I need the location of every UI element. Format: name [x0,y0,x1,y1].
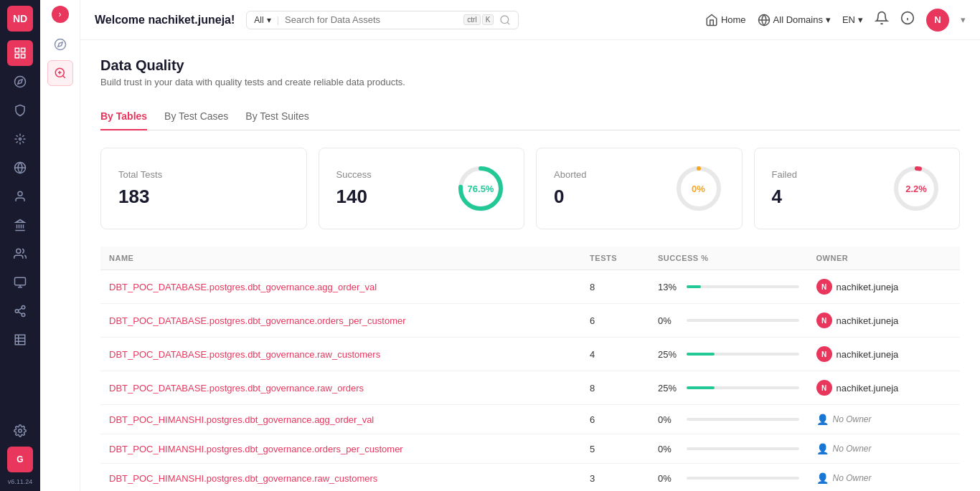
search-bar[interactable]: All ▾ | ctrl K [246,11,519,29]
total-tests-value: 183 [118,186,162,208]
owner-avatar: N [816,380,832,396]
row-tests: 6 [581,304,649,338]
success-donut-chart: 76.5% [455,163,507,214]
domains-nav-button[interactable]: All Domains ▾ [758,14,831,27]
svg-line-33 [62,75,65,77]
nav-version-icon[interactable]: G [7,447,33,472]
owner-name: nachiket.juneja [837,282,899,292]
nav-roles-icon[interactable] [7,241,33,267]
row-name[interactable]: DBT_POC_HIMANSHI.postgres.dbt_governance… [100,464,581,492]
sidebar-toggle-button[interactable]: › [52,6,69,23]
nav-lineage-icon[interactable] [7,298,33,324]
svg-line-37 [507,22,509,24]
notifications-icon[interactable] [875,11,889,29]
total-tests-label: Total Tests [118,169,162,180]
home-icon [705,14,718,27]
welcome-text: Welcome nachiket.juneja! [95,14,235,27]
row-name[interactable]: DBT_POC_DATABASE.postgres.dbt_governance… [100,270,581,304]
row-tests: 8 [581,270,649,304]
row-name[interactable]: DBT_POC_DATABASE.postgres.dbt_governance… [100,304,581,338]
row-tests: 6 [581,405,649,434]
sidebar-item-compass[interactable] [47,32,73,57]
svg-point-22 [22,313,25,317]
row-owner: 👤No Owner [808,464,960,492]
sidebar-item-quality[interactable] [47,60,73,86]
row-success-pct: 0% [649,464,808,492]
col-name: NAME [100,247,581,270]
tab-by-tables[interactable]: By Tables [100,105,147,130]
nav-quality-icon[interactable] [7,97,33,123]
svg-rect-0 [15,48,19,52]
failed-pct-text: 2.2% [905,183,927,194]
row-success-pct: 25% [649,338,808,371]
info-icon[interactable] [900,11,915,29]
row-owner: Nnachiket.juneja [808,338,960,371]
failed-value: 4 [772,186,797,208]
icon-bar: ND G v6.11.24 [0,0,40,491]
search-filter-dropdown[interactable]: All ▾ [254,15,270,25]
svg-point-4 [15,77,26,87]
svg-point-9 [18,191,22,196]
owner-name: nachiket.juneja [837,315,899,326]
page-title: Data Quality [100,57,960,74]
nav-insights-icon[interactable] [7,126,33,152]
svg-point-29 [19,429,22,433]
svg-rect-3 [22,54,25,58]
tab-by-test-cases[interactable]: By Test Cases [164,105,228,130]
nav-pipelines-icon[interactable] [7,270,33,295]
nav-actions: Home All Domains ▾ EN ▾ N ▾ [705,9,966,32]
col-tests: TESTS [581,247,649,270]
user-avatar[interactable]: N [926,9,949,32]
owner-name: nachiket.juneja [837,349,899,360]
nav-settings-icon[interactable] [7,418,33,444]
row-owner: 👤No Owner [808,405,960,434]
nav-home-icon[interactable] [7,40,33,66]
no-owner-icon: 👤 [816,414,829,425]
row-name[interactable]: DBT_POC_DATABASE.postgres.dbt_governance… [100,371,581,405]
tabs: By Tables By Test Cases By Test Suites [100,105,960,130]
table-row: DBT_POC_DATABASE.postgres.dbt_governance… [100,371,960,405]
row-success-pct: 13% [649,270,808,304]
col-owner: OWNER [808,247,960,270]
success-value: 140 [336,186,372,208]
home-nav-button[interactable]: Home [705,14,746,27]
svg-line-23 [18,312,22,314]
aborted-card: Aborted 0 0% [536,148,743,229]
no-owner-icon: 👤 [816,443,829,454]
nav-tables-icon[interactable] [7,327,33,353]
domains-chevron-icon: ▾ [826,14,831,25]
svg-rect-2 [15,54,19,58]
svg-marker-31 [57,42,62,47]
main-content: Welcome nachiket.juneja! All ▾ | ctrl K … [80,0,980,491]
row-name[interactable]: DBT_POC_HIMANSHI.postgres.dbt_governance… [100,434,581,464]
no-owner-label: No Owner [833,414,872,424]
table-row: DBT_POC_HIMANSHI.postgres.dbt_governance… [100,464,960,492]
success-label: Success [336,169,372,180]
app-logo[interactable]: ND [7,6,33,32]
nav-globe-icon[interactable] [7,155,33,181]
nav-users-icon[interactable] [7,183,33,209]
search-keyboard-shortcut: ctrl K [463,14,494,25]
svg-point-6 [19,138,22,140]
no-owner-label: No Owner [833,473,872,483]
row-tests: 4 [581,338,649,371]
failed-donut-chart: 2.2% [890,163,942,214]
row-name[interactable]: DBT_POC_DATABASE.postgres.dbt_governance… [100,338,581,371]
row-owner: Nnachiket.juneja [808,371,960,405]
svg-line-24 [18,308,22,310]
svg-rect-25 [15,335,25,345]
lang-nav-button[interactable]: EN ▾ [842,14,863,25]
nav-explore-icon[interactable] [7,69,33,95]
row-name[interactable]: DBT_POC_HIMANSHI.postgres.dbt_governance… [100,405,581,434]
search-input[interactable] [285,14,458,25]
owner-avatar: N [816,313,832,328]
nav-governance-icon[interactable] [7,212,33,238]
row-tests: 5 [581,434,649,464]
page: Data Quality Build trust in your data wi… [80,40,980,491]
owner-avatar: N [816,279,832,295]
tab-by-test-suites[interactable]: By Test Suites [245,105,308,130]
svg-rect-1 [22,48,25,52]
svg-marker-15 [16,220,24,223]
user-menu-chevron[interactable]: ▾ [961,14,966,25]
svg-rect-17 [15,277,26,285]
